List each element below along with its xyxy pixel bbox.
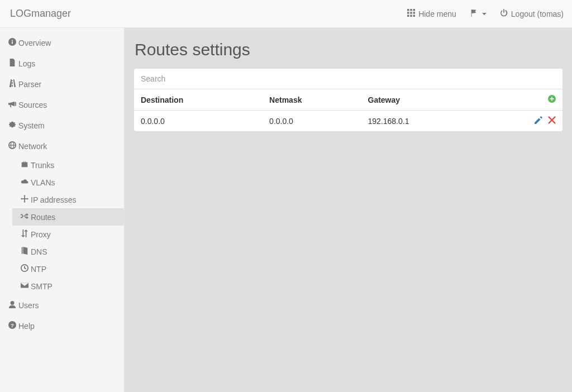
globe-icon <box>8 141 16 151</box>
shuffle-icon <box>21 212 28 222</box>
sidebar-item-dns[interactable]: DNS <box>12 243 124 260</box>
sidebar-item-label: Logs <box>18 59 35 68</box>
book-icon <box>21 247 28 256</box>
routes-panel: Destination Netmask Gateway 0.0.0.0 0.0 <box>134 68 563 132</box>
sidebar-item-label: System <box>18 121 45 130</box>
sidebar-item-label: NTP <box>31 265 46 274</box>
sidebar-item-proxy[interactable]: Proxy <box>12 226 124 243</box>
sidebar-item-label: Routes <box>31 213 55 222</box>
chevron-down-icon <box>482 13 487 15</box>
sidebar: Overview Logs Parser Sources System Netw… <box>0 28 125 392</box>
sidebar-item-label: Users <box>18 301 39 310</box>
hide-menu-button[interactable]: Hide menu <box>407 9 456 18</box>
sidebar-item-label: Trunks <box>31 161 54 170</box>
edit-route-button[interactable] <box>535 116 542 124</box>
sidebar-item-vlans[interactable]: VLANs <box>12 174 124 191</box>
col-gateway: Gateway <box>361 89 480 111</box>
cell-actions <box>480 111 563 132</box>
delete-route-button[interactable] <box>548 116 556 124</box>
question-icon: ? <box>8 321 16 331</box>
clock-icon <box>21 264 28 274</box>
file-icon <box>8 59 16 68</box>
sidebar-item-label: Proxy <box>31 230 51 239</box>
svg-rect-1 <box>410 9 412 11</box>
sidebar-item-sources[interactable]: Sources <box>0 94 124 115</box>
search-input[interactable] <box>134 69 563 89</box>
header-right: Hide menu Logout (tomas) <box>407 9 564 18</box>
svg-rect-5 <box>413 12 416 14</box>
envelope-icon <box>21 281 28 291</box>
add-route-button[interactable] <box>548 95 556 103</box>
svg-point-16 <box>11 301 15 305</box>
sidebar-item-ntp[interactable]: NTP <box>12 260 124 278</box>
col-netmask: Netmask <box>263 89 361 111</box>
sidebar-item-label: Parser <box>18 80 41 89</box>
sidebar-item-logs[interactable]: Logs <box>0 53 124 74</box>
cell-gateway: 192.168.0.1 <box>361 111 480 132</box>
table-row: 0.0.0.0 0.0.0.0 192.168.0.1 <box>134 111 563 132</box>
user-icon <box>8 300 16 310</box>
svg-rect-10 <box>12 41 13 44</box>
svg-rect-2 <box>413 9 416 11</box>
sidebar-item-users[interactable]: Users <box>0 295 124 315</box>
sidebar-item-label: SMTP <box>31 282 53 291</box>
routes-table: Destination Netmask Gateway 0.0.0.0 0.0 <box>134 89 563 131</box>
sidebar-item-label: Network <box>18 142 47 151</box>
svg-rect-7 <box>410 15 412 17</box>
sidebar-item-overview[interactable]: Overview <box>0 32 124 53</box>
sidebar-item-label: Sources <box>18 101 47 109</box>
info-icon <box>8 38 16 47</box>
briefcase-icon <box>21 160 28 170</box>
cell-destination: 0.0.0.0 <box>134 111 263 132</box>
col-actions <box>480 89 563 111</box>
cell-netmask: 0.0.0.0 <box>263 111 361 132</box>
svg-rect-3 <box>407 12 409 14</box>
header: LOGmanager Hide menu Logout (tomas) <box>0 0 572 28</box>
page-title: Routes settings <box>135 40 563 59</box>
sidebar-item-label: Overview <box>18 39 51 47</box>
sidebar-item-network[interactable]: Network <box>0 136 124 156</box>
plus-circle-icon <box>548 95 556 103</box>
svg-rect-4 <box>410 12 412 14</box>
sidebar-item-label: VLANs <box>31 178 55 187</box>
sidebar-item-trunks[interactable]: Trunks <box>12 156 124 174</box>
sort-icon <box>21 230 28 239</box>
grid-icon <box>407 9 415 18</box>
brand[interactable]: LOGmanager <box>8 8 125 20</box>
sidebar-item-label: Help <box>18 322 35 331</box>
sidebar-item-smtp[interactable]: SMTP <box>12 278 124 295</box>
col-destination: Destination <box>134 89 263 111</box>
main-content: Routes settings Destination Netmask Gate… <box>125 28 572 392</box>
sidebar-item-label: IP addresses <box>31 195 76 204</box>
sidebar-item-system[interactable]: System <box>0 115 124 136</box>
close-icon <box>548 116 556 124</box>
svg-rect-21 <box>550 98 554 99</box>
svg-rect-6 <box>407 15 409 17</box>
move-icon <box>21 195 28 204</box>
language-dropdown[interactable] <box>470 9 487 18</box>
svg-text:?: ? <box>11 322 14 328</box>
svg-rect-11 <box>12 40 13 41</box>
flag-icon <box>470 9 478 18</box>
pencil-icon <box>535 116 542 124</box>
sidebar-item-ip[interactable]: IP addresses <box>12 191 124 208</box>
hide-menu-label: Hide menu <box>418 9 456 18</box>
sidebar-item-label: DNS <box>31 247 47 256</box>
cloud-icon <box>21 178 28 187</box>
sidebar-item-help[interactable]: ? Help <box>0 315 124 336</box>
logout-button[interactable]: Logout (tomas) <box>500 9 564 18</box>
svg-rect-0 <box>407 9 409 11</box>
gear-icon <box>8 121 16 130</box>
bullhorn-icon <box>8 100 16 109</box>
sidebar-item-parser[interactable]: Parser <box>0 74 124 94</box>
logout-label: Logout (tomas) <box>511 9 564 18</box>
power-icon <box>500 9 508 18</box>
sidebar-item-routes[interactable]: Routes <box>12 208 124 226</box>
road-icon <box>8 79 16 89</box>
svg-rect-8 <box>413 15 416 17</box>
